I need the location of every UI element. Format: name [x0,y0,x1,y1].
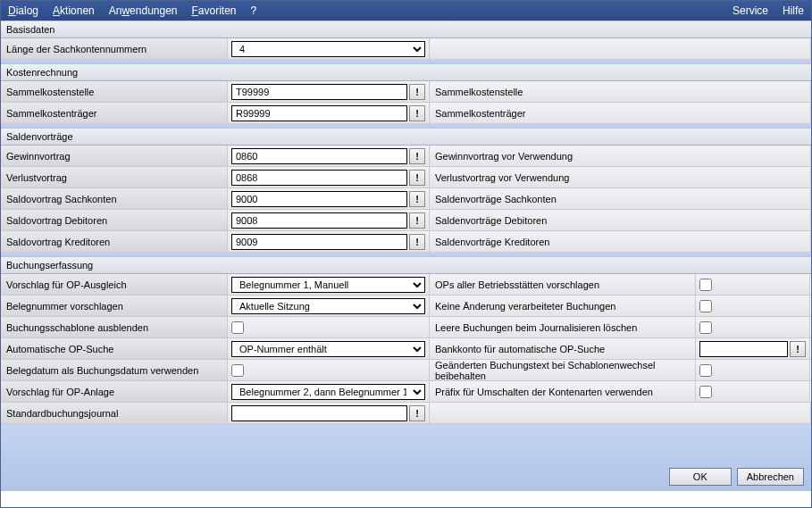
menu-dialog[interactable]: Dialog [8,4,38,17]
sammelkostentraeger-label: Sammelkostenträger [1,103,228,123]
schablone-ausblenden-label: Buchungsschablone ausblenden [1,317,228,337]
schablone-ausblenden-checkbox[interactable] [231,321,244,334]
vorschlag-anlage-select[interactable]: Belegnummer 2, dann Belegnummer 1 [231,384,425,400]
bankkonto-input[interactable] [699,341,788,357]
belegnr-vorschlagen-label: Belegnummer vorschlagen [1,296,228,316]
sammelkostentraeger-input[interactable] [231,105,407,121]
sammelkostenstelle-input[interactable] [231,84,407,100]
laenge-sachkonten-select[interactable]: 4 [231,41,425,57]
sammelkostentraeger-lookup[interactable]: ! [409,105,425,121]
auto-suche-select[interactable]: OP-Nummer enthält [231,341,425,357]
sammelkostentraeger-desc: Sammelkostenträger [430,103,811,123]
menubar: Dialog Aktionen Anwendungen Favoriten ? … [1,1,811,21]
belegnr-vorschlagen-select[interactable]: Aktuelle Sitzung [231,298,425,314]
sammelkostenstelle-label: Sammelkostenstelle [1,81,228,102]
sach-desc: Saldenvorträge Sachkonten [430,188,811,209]
geaenderten-text-label: Geänderten Buchungstext bei Schablonenwe… [430,360,696,380]
vorschlag-ausgleich-select[interactable]: Belegnummer 1, Manuell [231,277,425,293]
footer-area: OK Abbrechen [1,424,811,491]
verlust-lookup[interactable]: ! [409,170,425,186]
abbrechen-button[interactable]: Abbrechen [737,468,804,486]
kred-desc: Saldenvorträge Kreditoren [430,231,811,252]
menu-favoriten[interactable]: Favoriten [192,4,237,17]
bankkonto-label: Bankkonto für automatische OP-Suche [430,338,696,359]
sammelkostenstelle-desc: Sammelkostenstelle [430,81,811,102]
laenge-sachkonten-label: Länge der Sachkontennummern [1,38,228,59]
section-buchung: Buchungserfassung [1,256,811,274]
auto-suche-label: Automatische OP-Suche [1,338,228,359]
keine-aenderung-label: Keine Änderung verarbeiteter Buchungen [430,296,696,316]
gewinn-lookup[interactable]: ! [409,148,425,164]
belegdatum-label: Belegdatum als Buchungsdatum verwenden [1,360,228,380]
ok-button[interactable]: OK [669,468,732,486]
section-kostenrechnung: Kostenrechnung [1,63,811,81]
sach-lookup[interactable]: ! [409,191,425,207]
sach-label: Saldovortrag Sachkonten [1,188,228,209]
verlust-input[interactable] [231,170,407,186]
deb-input[interactable] [231,212,407,229]
standardjournal-label: Standardbuchungsjournal [1,403,228,423]
keine-aenderung-checkbox[interactable] [699,300,712,312]
menu-aktionen[interactable]: Aktionen [53,4,95,17]
menu-anwendungen[interactable]: Anwendungen [109,4,178,17]
vorschlag-anlage-label: Vorschlag für OP-Anlage [1,381,228,402]
deb-lookup[interactable]: ! [409,212,425,229]
belegdatum-checkbox[interactable] [231,364,244,377]
sammelkostenstelle-lookup[interactable]: ! [409,84,425,100]
verlust-label: Verlustvortrag [1,167,228,187]
gewinn-desc: Gewinnvortrag vor Verwendung [430,146,811,166]
deb-desc: Saldenvorträge Debitoren [430,210,811,230]
sach-input[interactable] [231,191,407,207]
ops-betriebsstaetten-label: OPs aller Betriebsstätten vorschlagen [430,274,696,295]
laenge-desc [430,38,811,59]
standardjournal-desc [430,403,811,423]
menu-service[interactable]: Service [732,4,768,17]
kred-input[interactable] [231,234,407,250]
standardjournal-input[interactable] [231,405,407,421]
section-basisdaten: Basisdaten [1,21,811,38]
deb-label: Saldovortrag Debitoren [1,210,228,230]
vorschlag-ausgleich-label: Vorschlag für OP-Ausgleich [1,274,228,295]
verlust-desc: Verlustvortrag vor Verwendung [430,167,811,187]
gewinn-label: Gewinnvortrag [1,146,228,166]
praefix-label: Präfix für Umschalten der Kontenarten ve… [430,381,696,402]
kred-lookup[interactable]: ! [409,234,425,250]
geaenderten-text-checkbox[interactable] [699,364,712,377]
ops-betriebsstaetten-checkbox[interactable] [699,279,712,291]
gewinn-input[interactable] [231,148,407,164]
praefix-checkbox[interactable] [699,386,712,398]
bankkonto-lookup[interactable]: ! [790,341,806,357]
standardjournal-lookup[interactable]: ! [409,405,425,421]
leere-buchungen-checkbox[interactable] [699,321,712,334]
leere-buchungen-label: Leere Buchungen beim Journalisieren lösc… [430,317,696,337]
menu-hilfe[interactable]: Hilfe [783,4,804,17]
kred-label: Saldovortrag Kreditoren [1,231,228,252]
menu-help-q[interactable]: ? [251,4,257,17]
section-salden: Saldenvorträge [1,128,811,146]
